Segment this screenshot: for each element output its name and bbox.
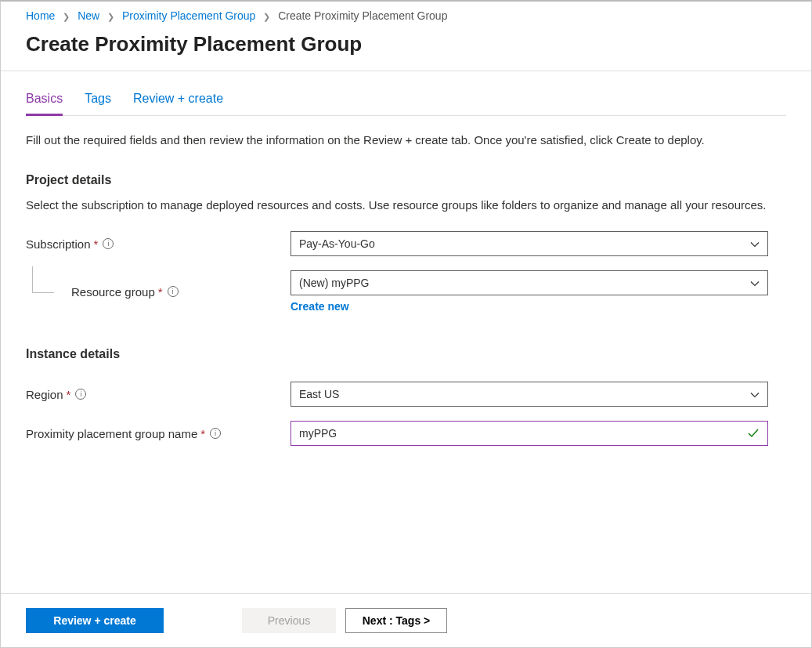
previous-button: Previous (242, 608, 336, 633)
breadcrumb-home[interactable]: Home (26, 9, 55, 22)
create-ppg-page: Home ❯ New ❯ Proximity Placement Group ❯… (0, 0, 812, 648)
subscription-value: Pay-As-You-Go (299, 237, 375, 250)
review-create-button[interactable]: Review + create (26, 608, 164, 633)
title-bar: Create Proximity Placement Group (1, 29, 811, 71)
info-icon[interactable]: i (75, 389, 86, 400)
content-area: Basics Tags Review + create Fill out the… (1, 71, 811, 593)
region-row: Region * i East US (26, 382, 786, 407)
next-button[interactable]: Next : Tags > (345, 608, 447, 633)
resource-group-select[interactable]: (New) myPPG (291, 270, 768, 295)
required-asterisk: * (67, 388, 71, 401)
info-icon[interactable]: i (103, 238, 114, 249)
intro-text: Fill out the required fields and then re… (26, 132, 785, 150)
breadcrumb-new[interactable]: New (78, 9, 99, 22)
required-asterisk: * (200, 427, 205, 440)
subscription-label: Subscription * i (26, 237, 291, 251)
chevron-down-icon (750, 239, 760, 248)
subscription-row: Subscription * i Pay-As-You-Go (26, 231, 786, 256)
ppg-name-value: myPPG (299, 427, 337, 440)
page-title: Create Proximity Placement Group (26, 32, 786, 56)
required-asterisk: * (158, 285, 163, 299)
chevron-down-icon (750, 278, 760, 288)
project-details-title: Project details (26, 173, 786, 187)
chevron-right-icon: ❯ (107, 12, 114, 21)
info-icon[interactable]: i (210, 428, 221, 439)
project-details-desc: Select the subscription to manage deploy… (26, 197, 785, 215)
chevron-right-icon: ❯ (63, 12, 70, 21)
ppg-name-input[interactable]: myPPG (291, 421, 768, 446)
check-icon (747, 427, 760, 440)
ppg-name-label: Proximity placement group name * i (26, 427, 291, 440)
create-new-link[interactable]: Create new (291, 300, 349, 313)
tab-review-create[interactable]: Review + create (133, 92, 223, 116)
breadcrumb: Home ❯ New ❯ Proximity Placement Group ❯… (1, 2, 811, 29)
chevron-down-icon (750, 389, 760, 399)
tab-tags[interactable]: Tags (85, 92, 111, 116)
instance-details-title: Instance details (26, 347, 786, 361)
breadcrumb-current: Create Proximity Placement Group (278, 9, 447, 22)
info-icon[interactable]: i (168, 286, 179, 297)
indent-connector (32, 266, 54, 293)
tab-basics[interactable]: Basics (26, 92, 63, 116)
resource-group-row: Resource group * i (New) myPPG Create ne… (26, 270, 786, 313)
resource-group-label: Resource group * i (26, 285, 291, 299)
region-label: Region * i (26, 388, 291, 401)
chevron-right-icon: ❯ (263, 12, 270, 21)
subscription-select[interactable]: Pay-As-You-Go (291, 231, 768, 256)
region-select[interactable]: East US (291, 382, 768, 407)
breadcrumb-ppg[interactable]: Proximity Placement Group (122, 9, 255, 22)
region-value: East US (299, 388, 339, 400)
required-asterisk: * (94, 237, 99, 251)
tabs: Basics Tags Review + create (26, 71, 786, 116)
footer-buttons: Review + create Previous Next : Tags > (1, 593, 811, 647)
resource-group-value: (New) myPPG (299, 277, 369, 289)
ppg-name-row: Proximity placement group name * i myPPG (26, 421, 786, 446)
